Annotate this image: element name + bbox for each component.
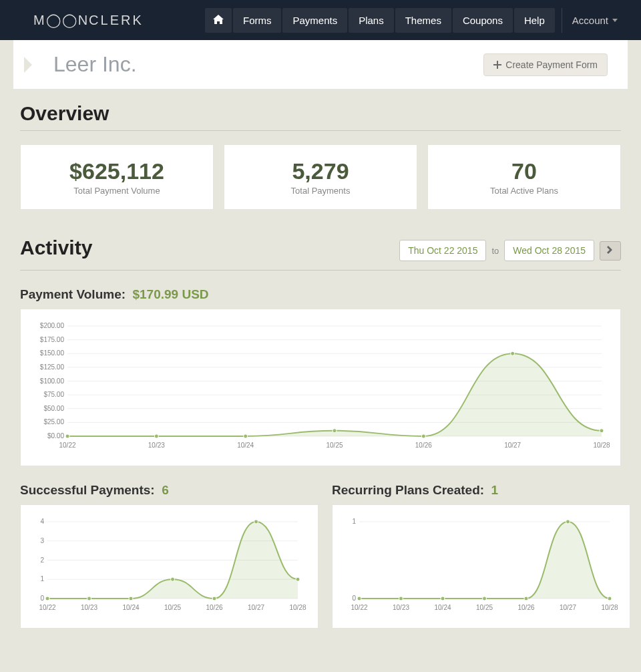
chart-label: Recurring Plans Created: (332, 483, 484, 497)
successful-payments-header: Successful Payments: 6 (20, 483, 318, 498)
logo[interactable]: M◯◯NCLERK (33, 12, 144, 28)
page-header: Leer Inc. Create Payment Form (13, 40, 628, 89)
svg-text:3: 3 (40, 537, 44, 544)
svg-text:$0.00: $0.00 (47, 432, 64, 440)
nav-plans[interactable]: Plans (349, 8, 394, 33)
breadcrumb-arrow-icon (24, 57, 32, 73)
svg-text:10/25: 10/25 (476, 604, 493, 611)
svg-point-26 (154, 434, 158, 438)
svg-point-29 (421, 434, 425, 438)
stat-label: Total Active Plans (435, 186, 614, 196)
payment-volume-svg: $0.00$25.00$50.00$75.00$100.00$125.00$15… (31, 319, 612, 453)
nav-themes[interactable]: Themes (395, 8, 451, 33)
stat-label: Total Payments (231, 186, 410, 196)
nav-home[interactable] (205, 8, 232, 33)
svg-point-25 (65, 434, 69, 438)
svg-text:0: 0 (40, 595, 44, 602)
svg-text:10/26: 10/26 (206, 604, 222, 611)
stat-total-volume: $625,112 Total Payment Volume (20, 144, 214, 210)
nav-payments[interactable]: Payments (282, 8, 347, 33)
svg-point-72 (566, 520, 570, 524)
payment-volume-chart: $0.00$25.00$50.00$75.00$100.00$125.00$15… (20, 309, 621, 466)
divider (20, 270, 621, 271)
create-button-label: Create Payment Form (505, 59, 598, 70)
svg-text:$200.00: $200.00 (40, 322, 65, 329)
svg-point-27 (244, 434, 248, 438)
svg-text:$175.00: $175.00 (40, 336, 65, 343)
nav-account-label: Account (572, 15, 608, 26)
stat-value: 70 (435, 158, 614, 184)
recurring-plans-chart: 0110/2210/2310/2410/2510/2610/2710/28 (332, 504, 630, 629)
svg-point-53 (212, 597, 216, 601)
svg-text:10/22: 10/22 (39, 604, 55, 611)
date-range-controls: Thu Oct 22 2015 to Wed Oct 28 2015 (399, 240, 621, 261)
company-name: Leer Inc. (53, 52, 137, 77)
svg-text:10/27: 10/27 (560, 604, 576, 611)
svg-point-49 (45, 597, 49, 601)
svg-text:1: 1 (40, 575, 44, 582)
small-charts-row: Successful Payments: 6 0123410/2210/2310… (20, 466, 621, 629)
svg-text:0: 0 (352, 595, 356, 602)
svg-text:10/24: 10/24 (237, 442, 254, 449)
nav-forms[interactable]: Forms (233, 8, 282, 33)
svg-text:$100.00: $100.00 (40, 377, 65, 385)
svg-text:$50.00: $50.00 (43, 405, 64, 412)
svg-text:10/26: 10/26 (517, 604, 534, 611)
svg-text:10/23: 10/23 (81, 604, 97, 611)
overview-title: Overview (20, 102, 621, 125)
svg-point-71 (524, 597, 528, 601)
stat-value: $625,112 (27, 158, 206, 184)
payment-volume-header: Payment Volume: $170.99 USD (20, 287, 621, 302)
svg-point-54 (254, 520, 258, 524)
svg-point-52 (171, 577, 175, 581)
svg-point-68 (399, 597, 403, 601)
caret-down-icon (612, 19, 618, 22)
svg-point-30 (511, 351, 515, 355)
svg-point-70 (483, 597, 487, 601)
date-from-input[interactable]: Thu Oct 22 2015 (399, 240, 486, 261)
activity-header: Activity Thu Oct 22 2015 to Wed Oct 28 2… (20, 236, 621, 265)
stat-total-payments: 5,279 Total Payments (224, 144, 417, 210)
svg-text:1: 1 (352, 518, 356, 525)
svg-point-73 (608, 597, 612, 601)
recurring-plans-svg: 0110/2210/2310/2410/2510/2610/2710/28 (343, 515, 620, 615)
chevron-right-icon (607, 246, 614, 254)
divider (20, 130, 621, 131)
svg-text:10/23: 10/23 (148, 442, 165, 449)
nav-items: Forms Payments Plans Themes Coupons Help… (205, 8, 628, 33)
svg-text:10/27: 10/27 (248, 604, 264, 611)
chart-value: $170.99 USD (132, 287, 208, 301)
svg-text:10/23: 10/23 (393, 604, 409, 611)
stat-value: 5,279 (231, 158, 410, 184)
date-to-label: to (491, 246, 499, 256)
svg-point-28 (333, 429, 337, 433)
svg-point-31 (600, 429, 604, 433)
activity-title: Activity (20, 236, 92, 259)
svg-text:10/26: 10/26 (415, 442, 432, 449)
svg-text:4: 4 (40, 518, 44, 525)
svg-text:10/24: 10/24 (122, 604, 139, 611)
svg-text:10/22: 10/22 (59, 442, 75, 449)
svg-point-67 (357, 597, 361, 601)
content: Overview $625,112 Total Payment Volume 5… (0, 89, 641, 642)
svg-text:10/25: 10/25 (164, 604, 181, 611)
svg-point-69 (441, 597, 445, 601)
svg-point-50 (87, 597, 91, 601)
nav-account[interactable]: Account (562, 8, 628, 33)
date-to-input[interactable]: Wed Oct 28 2015 (504, 240, 594, 261)
nav-help[interactable]: Help (514, 8, 555, 33)
svg-text:10/28: 10/28 (601, 604, 618, 611)
navbar: M◯◯NCLERK Forms Payments Plans Themes Co… (0, 0, 641, 40)
recurring-plans-header: Recurring Plans Created: 1 (332, 483, 630, 498)
svg-point-55 (296, 577, 300, 581)
svg-text:$75.00: $75.00 (43, 391, 64, 398)
create-payment-form-button[interactable]: Create Payment Form (483, 53, 608, 76)
svg-text:$125.00: $125.00 (40, 363, 65, 371)
svg-text:$150.00: $150.00 (40, 349, 65, 357)
nav-coupons[interactable]: Coupons (453, 8, 513, 33)
successful-payments-svg: 0123410/2210/2310/2410/2510/2610/2710/28 (31, 515, 308, 615)
stat-active-plans: 70 Total Active Plans (427, 144, 621, 210)
home-icon (213, 15, 224, 24)
date-next-button[interactable] (600, 241, 621, 261)
chart-label: Payment Volume: (20, 287, 126, 301)
